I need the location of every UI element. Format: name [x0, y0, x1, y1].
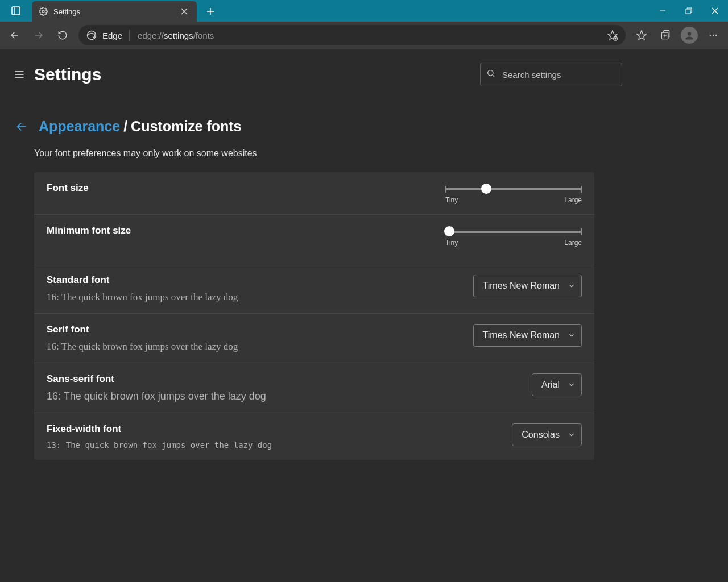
serif-font-label: Serif font	[47, 324, 473, 335]
standard-font-row: Standard font 16: The quick brown fox ju…	[34, 264, 594, 314]
more-menu-button[interactable]	[702, 24, 725, 47]
svg-point-24	[713, 35, 714, 36]
select-value: Consolas	[522, 430, 560, 440]
breadcrumb-parent-link[interactable]: Appearance	[39, 118, 120, 135]
settings-search[interactable]	[480, 63, 622, 86]
slider-min-label: Tiny	[445, 239, 458, 247]
slider-max-label: Large	[564, 196, 582, 204]
font-size-label: Font size	[47, 182, 445, 194]
tab-title: Settings	[53, 7, 80, 16]
font-size-slider-thumb[interactable]	[481, 184, 491, 194]
font-settings-panel: Font size Tiny Large Minimum font size	[34, 172, 594, 460]
nav-back-button[interactable]	[3, 24, 26, 47]
svg-point-25	[715, 35, 717, 36]
breadcrumb-separator: /	[123, 118, 127, 135]
nav-forward-button[interactable]	[27, 24, 50, 47]
chevron-down-icon	[568, 331, 576, 339]
sans-serif-font-row: Sans-serif font 16: The quick brown fox …	[34, 363, 594, 413]
page-title: Settings	[34, 65, 101, 84]
profile-button[interactable]	[678, 24, 701, 47]
settings-menu-button[interactable]	[8, 63, 31, 86]
window-title-bar: Settings	[0, 0, 728, 22]
min-font-size-label: Minimum font size	[47, 225, 445, 236]
font-settings-hint: Your font preferences may only work on s…	[34, 148, 728, 159]
min-font-size-row: Minimum font size Tiny Large	[34, 215, 594, 264]
font-size-slider[interactable]	[445, 184, 582, 194]
svg-point-2	[42, 10, 44, 13]
tab-strip: Settings	[32, 1, 650, 22]
standard-font-select[interactable]: Times New Roman	[473, 275, 582, 297]
select-value: Times New Roman	[483, 330, 560, 340]
sans-serif-font-select[interactable]: Arial	[532, 373, 582, 396]
svg-line-30	[493, 75, 494, 77]
min-font-size-slider[interactable]	[445, 226, 582, 236]
breadcrumb-back-button[interactable]	[14, 119, 30, 135]
address-separator	[129, 30, 130, 41]
address-bar[interactable]: Edge edge://settings/fonts	[78, 25, 626, 45]
window-minimize-button[interactable]	[650, 0, 676, 22]
breadcrumb: Appearance / Customize fonts	[14, 118, 728, 135]
nav-refresh-button[interactable]	[51, 24, 74, 47]
gear-icon	[39, 7, 48, 16]
serif-font-sample: 16: The quick brown fox jumps over the l…	[47, 341, 473, 352]
window-controls	[650, 0, 728, 22]
tab-actions-button[interactable]	[0, 0, 32, 22]
window-close-button[interactable]	[702, 0, 728, 22]
chevron-down-icon	[568, 282, 576, 290]
favorite-star-button[interactable]	[603, 27, 622, 44]
address-url: edge://settings/fonts	[138, 31, 597, 40]
chevron-down-icon	[568, 381, 576, 389]
fixed-width-font-label: Fixed-width font	[47, 423, 512, 435]
select-value: Times New Roman	[483, 281, 560, 291]
svg-point-23	[710, 35, 711, 36]
sans-serif-font-label: Sans-serif font	[47, 373, 532, 385]
chevron-down-icon	[568, 431, 576, 439]
search-icon	[486, 69, 495, 80]
svg-rect-8	[686, 9, 690, 14]
fixed-width-font-sample: 13: The quick brown fox jumps over the l…	[47, 440, 512, 450]
address-app-label: Edge	[102, 31, 122, 40]
browser-toolbar: Edge edge://settings/fonts	[0, 22, 728, 49]
svg-point-29	[488, 70, 493, 76]
serif-font-select[interactable]: Times New Roman	[473, 324, 582, 347]
settings-header: Settings	[0, 49, 728, 100]
sans-serif-font-sample: 16: The quick brown fox jumps over the l…	[47, 390, 532, 402]
svg-point-22	[688, 32, 692, 36]
window-maximize-button[interactable]	[676, 0, 702, 22]
font-size-row: Font size Tiny Large	[34, 172, 594, 215]
settings-content: Appearance / Customize fonts Your font p…	[0, 100, 728, 582]
browser-tab[interactable]: Settings	[32, 1, 197, 22]
serif-font-row: Serif font 16: The quick brown fox jumps…	[34, 314, 594, 363]
svg-marker-18	[637, 31, 647, 40]
avatar-icon	[681, 27, 698, 44]
favorites-button[interactable]	[630, 24, 653, 47]
standard-font-sample: 16: The quick brown fox jumps over the l…	[47, 292, 473, 303]
min-font-size-slider-thumb[interactable]	[444, 226, 454, 236]
tab-close-button[interactable]	[176, 3, 192, 19]
fixed-width-font-row: Fixed-width font 13: The quick brown fox…	[34, 413, 594, 460]
slider-min-label: Tiny	[445, 196, 458, 204]
slider-max-label: Large	[564, 239, 582, 247]
collections-button[interactable]	[654, 24, 677, 47]
standard-font-label: Standard font	[47, 275, 473, 286]
svg-rect-0	[12, 7, 20, 15]
new-tab-button[interactable]	[200, 1, 221, 22]
edge-logo-icon	[86, 30, 97, 40]
settings-search-input[interactable]	[502, 70, 616, 80]
fixed-width-font-select[interactable]: Consolas	[512, 423, 582, 446]
select-value: Arial	[541, 380, 560, 390]
breadcrumb-current: Customize fonts	[131, 118, 241, 135]
